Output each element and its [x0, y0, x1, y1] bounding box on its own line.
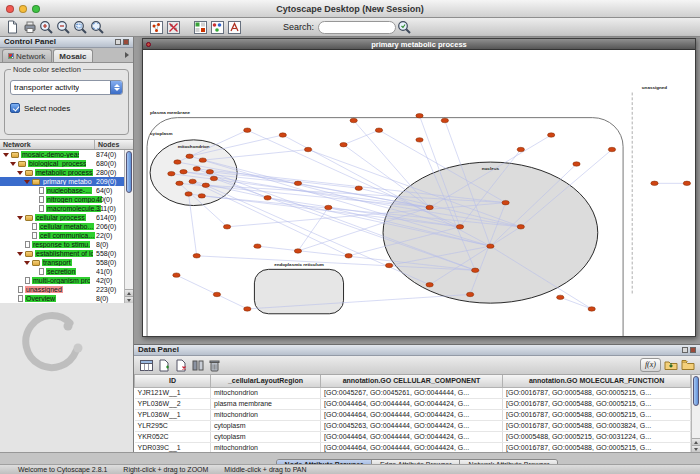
delete-attribute-icon[interactable]: [173, 358, 188, 373]
graph-node[interactable]: [350, 118, 357, 122]
create-view-icon[interactable]: [148, 19, 165, 36]
graph-node[interactable]: [456, 225, 463, 229]
graph-node[interactable]: [264, 196, 271, 200]
zoom-out-icon[interactable]: [55, 19, 72, 36]
graph-node[interactable]: [416, 138, 423, 142]
graph-node[interactable]: [294, 249, 301, 253]
scroll-up-icon[interactable]: [125, 289, 133, 296]
scroll-down-icon[interactable]: [692, 445, 700, 452]
select-nodes-row[interactable]: Select nodes: [10, 103, 123, 113]
vizmapper-icon[interactable]: [209, 19, 226, 36]
graph-node[interactable]: [198, 194, 205, 198]
tab-scroll-right-icon[interactable]: [125, 52, 129, 58]
attr-cell[interactable]: [GO:0044464, GO:0044444, GO:0044424, G..…: [321, 442, 503, 452]
scroll-down-icon[interactable]: [125, 296, 133, 303]
attr-column-header[interactable]: ID: [135, 375, 211, 387]
attr-cell[interactable]: mitochondrion: [211, 409, 321, 420]
table-row[interactable]: YPL036W__1mitochondrion[GO:0044464, GO:0…: [135, 409, 691, 420]
graph-node[interactable]: [588, 307, 595, 311]
graph-node[interactable]: [651, 181, 658, 185]
expand-triangle-icon[interactable]: [17, 171, 23, 175]
graph-node[interactable]: [186, 154, 193, 158]
attr-column-header[interactable]: _cellularLayoutRegion: [211, 375, 321, 387]
tree-row[interactable]: secretion41(0): [0, 267, 124, 276]
expand-triangle-icon[interactable]: [17, 216, 23, 220]
attr-cell[interactable]: [GO:0016787, GO:0005488, GO:0005215, G..…: [503, 387, 691, 398]
attr-cell[interactable]: mitochondrion: [211, 442, 321, 452]
attr-cell[interactable]: mitochondrion: [211, 387, 321, 398]
graph-node[interactable]: [174, 160, 181, 164]
zoom-window-button[interactable]: [32, 5, 40, 13]
graph-node[interactable]: [244, 128, 251, 132]
attr-cell[interactable]: [GO:0016787, GO:0005488, GO:0005215, G..…: [503, 398, 691, 409]
tree-column-nodes[interactable]: Nodes: [95, 140, 133, 149]
table-row[interactable]: YJR121W__1mitochondrion[GO:0045267, GO:0…: [135, 387, 691, 398]
graph-node[interactable]: [244, 307, 251, 311]
tree-row[interactable]: primary metabo209(0): [0, 177, 124, 186]
attr-cell[interactable]: [GO:0044464, GO:0044444, GO:0044424, G..…: [321, 431, 503, 442]
print-icon[interactable]: [21, 19, 38, 36]
network-window-titlebar[interactable]: primary metabolic process: [143, 39, 695, 50]
node-color-dropdown[interactable]: transporter activity: [10, 80, 123, 95]
new-document-icon[interactable]: [4, 19, 21, 36]
expand-triangle-icon[interactable]: [24, 261, 30, 265]
network-view-window[interactable]: primary metabolic process plasma membran…: [142, 38, 696, 337]
annotation-icon[interactable]: [226, 19, 243, 36]
zoom-selected-icon[interactable]: [72, 19, 89, 36]
scroll-up-icon[interactable]: [692, 438, 700, 445]
tree-row[interactable]: multi-organism pro...42(0): [0, 276, 124, 285]
tree-scrollbar-thumb[interactable]: [126, 151, 132, 193]
float-panel-icon[interactable]: [115, 39, 121, 45]
tree-scrollbar[interactable]: [124, 150, 133, 303]
match-attribute-icon[interactable]: [190, 358, 205, 373]
zoom-fit-icon[interactable]: [89, 19, 106, 36]
graph-node[interactable]: [185, 192, 192, 196]
attr-cell[interactable]: [GO:0044464, GO:0044444, GO:0044424, G..…: [321, 398, 503, 409]
graph-node[interactable]: [206, 170, 213, 174]
graph-node[interactable]: [426, 205, 433, 209]
select-attributes-icon[interactable]: [139, 358, 154, 373]
graph-node[interactable]: [173, 273, 180, 277]
tab-mosaic[interactable]: Mosaic: [53, 49, 93, 62]
attr-cell[interactable]: YJR121W__1: [135, 387, 211, 398]
graph-node[interactable]: [487, 244, 494, 248]
table-row[interactable]: YLR295Ccytoplasm[GO:0045263, GO:0044444,…: [135, 420, 691, 431]
graph-node[interactable]: [502, 200, 509, 204]
titlebar[interactable]: Cytoscape Desktop (New Session): [0, 0, 700, 18]
tree-row[interactable]: transport558(0): [0, 258, 124, 267]
attr-cell[interactable]: [GO:0016787, GO:0005488, GO:0005215, G..…: [503, 409, 691, 420]
select-nodes-checkbox[interactable]: [10, 103, 20, 113]
attr-cell[interactable]: YLR295C: [135, 420, 211, 431]
attr-cell[interactable]: [GO:0044464, GO:0044444, GO:0044424, G..…: [321, 409, 503, 420]
tree-row[interactable]: Overview8(0): [0, 294, 124, 303]
attr-column-header[interactable]: annotation.GO MOLECULAR_FUNCTION: [503, 375, 691, 387]
grid-layout-icon[interactable]: [192, 19, 209, 36]
tree-row[interactable]: metabolic process280(0): [0, 168, 124, 177]
search-options-icon[interactable]: [396, 19, 413, 36]
graph-node[interactable]: [472, 268, 479, 272]
graph-node[interactable]: [375, 128, 382, 132]
graph-node[interactable]: [573, 162, 580, 166]
graph-node[interactable]: [223, 225, 230, 229]
tab-network[interactable]: Network: [2, 49, 52, 62]
attr-cell[interactable]: [GO:0045267, GO:0045261, GO:0044444, G..…: [321, 387, 503, 398]
attr-cell[interactable]: [GO:0045263, GO:0044444, GO:0044424, G..…: [321, 420, 503, 431]
minimize-window-button[interactable]: [19, 5, 27, 13]
graph-node[interactable]: [467, 292, 474, 296]
attr-cell[interactable]: [GO:0005488, GO:0005215, GO:0031224, G..…: [503, 431, 691, 442]
tree-row[interactable]: response to stimu...8(0): [0, 240, 124, 249]
close-panel-icon[interactable]: [123, 39, 129, 45]
close-window-button[interactable]: [6, 5, 14, 13]
clear-attributes-icon[interactable]: [207, 358, 222, 373]
import-attributes-icon[interactable]: [663, 358, 678, 373]
tree-row[interactable]: establishment of lo...558(0): [0, 249, 124, 258]
attr-cell[interactable]: cytoplasm: [211, 431, 321, 442]
float-panel-icon[interactable]: [682, 347, 688, 353]
zoom-in-icon[interactable]: [38, 19, 55, 36]
close-panel-icon[interactable]: [690, 347, 696, 353]
table-row[interactable]: YPL036W__2plasma membrane[GO:0044464, GO…: [135, 398, 691, 409]
tree-row[interactable]: macromolecule...311(0): [0, 204, 124, 213]
graph-node[interactable]: [193, 167, 200, 171]
attr-cell[interactable]: YKR052C: [135, 431, 211, 442]
network-graph[interactable]: plasma membranecytoplasmmitochondrionnuc…: [143, 50, 695, 336]
